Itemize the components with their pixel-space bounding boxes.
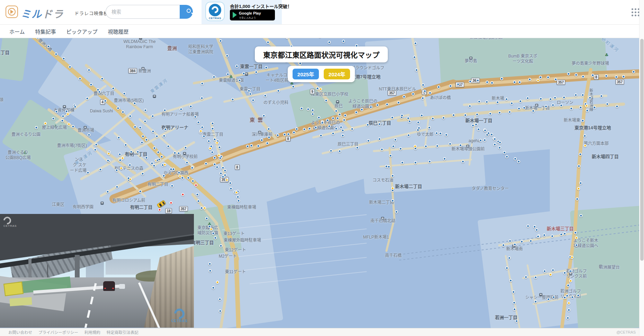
video-marker-dot[interactable] bbox=[442, 117, 445, 120]
video-marker-dot[interactable] bbox=[212, 232, 215, 235]
video-marker-dot[interactable] bbox=[577, 187, 580, 190]
video-marker-dot[interactable] bbox=[350, 127, 354, 130]
video-marker-dot[interactable] bbox=[512, 290, 515, 293]
video-marker-dot[interactable] bbox=[266, 142, 269, 145]
video-marker-dot[interactable] bbox=[421, 96, 424, 100]
video-marker-dot[interactable] bbox=[338, 150, 341, 153]
video-marker-dot[interactable] bbox=[496, 101, 499, 104]
video-marker-dot[interactable] bbox=[566, 284, 570, 287]
video-marker-dot[interactable] bbox=[231, 98, 234, 101]
video-marker-dot[interactable] bbox=[498, 146, 501, 149]
video-marker-dot[interactable] bbox=[543, 269, 546, 273]
video-marker-dot[interactable] bbox=[120, 167, 123, 170]
video-marker-dot[interactable] bbox=[68, 65, 71, 68]
video-marker-dot[interactable] bbox=[319, 134, 322, 137]
video-marker-dot[interactable] bbox=[213, 138, 216, 141]
video-marker-dot[interactable] bbox=[502, 244, 505, 247]
search-button[interactable] bbox=[180, 5, 193, 19]
video-marker-dot[interactable] bbox=[527, 224, 530, 227]
video-marker-dot[interactable] bbox=[326, 119, 329, 122]
video-marker-dot[interactable] bbox=[452, 113, 455, 117]
video-marker-dot[interactable] bbox=[524, 276, 527, 279]
video-marker-dot[interactable] bbox=[229, 182, 232, 185]
video-marker-dot[interactable] bbox=[260, 138, 263, 141]
video-marker-dot[interactable] bbox=[167, 145, 170, 148]
video-marker-dot[interactable] bbox=[513, 243, 517, 246]
video-marker-dot[interactable] bbox=[385, 103, 388, 106]
video-marker-dot[interactable] bbox=[249, 92, 252, 95]
video-marker-dot[interactable] bbox=[606, 103, 609, 106]
video-marker-dot[interactable] bbox=[186, 161, 189, 164]
video-marker-dot[interactable] bbox=[437, 86, 440, 89]
video-marker-dot[interactable] bbox=[391, 116, 394, 119]
video-marker-dot[interactable] bbox=[600, 94, 603, 97]
video-marker-dot[interactable] bbox=[589, 96, 592, 99]
video-marker-dot[interactable] bbox=[44, 122, 47, 125]
video-marker-dot[interactable] bbox=[115, 169, 118, 172]
video-marker-dot[interactable] bbox=[276, 133, 279, 137]
video-marker-dot[interactable] bbox=[216, 281, 219, 284]
video-marker-dot[interactable] bbox=[401, 161, 404, 164]
video-marker-dot[interactable] bbox=[106, 190, 109, 193]
video-marker-dot[interactable] bbox=[215, 141, 218, 145]
video-marker-dot[interactable] bbox=[391, 187, 394, 190]
video-marker-dot[interactable] bbox=[378, 138, 381, 141]
video-marker-dot[interactable] bbox=[212, 76, 215, 79]
video-marker-dot[interactable] bbox=[513, 308, 516, 311]
video-marker-dot[interactable] bbox=[342, 40, 345, 43]
video-marker-dot[interactable] bbox=[436, 145, 439, 148]
video-marker-dot[interactable] bbox=[283, 133, 286, 136]
video-marker-dot[interactable] bbox=[423, 89, 426, 93]
video-marker-dot[interactable] bbox=[214, 236, 217, 239]
video-marker-dot[interactable] bbox=[250, 144, 253, 147]
video-marker-dot[interactable] bbox=[242, 72, 245, 75]
google-play-badge[interactable]: Google Play で手に入れよう bbox=[230, 9, 275, 20]
video-marker-dot[interactable] bbox=[549, 98, 552, 101]
alert-marker-dot[interactable] bbox=[181, 193, 185, 196]
page-scrollbar[interactable] bbox=[639, 0, 644, 336]
video-marker-dot[interactable] bbox=[209, 269, 212, 273]
video-marker-dot[interactable] bbox=[581, 119, 584, 122]
video-marker-dot[interactable] bbox=[248, 89, 251, 92]
video-marker-dot[interactable] bbox=[462, 160, 465, 163]
video-marker-dot[interactable] bbox=[341, 134, 345, 137]
video-marker-dot[interactable] bbox=[581, 93, 584, 96]
video-marker-dot[interactable] bbox=[179, 107, 182, 111]
video-marker-dot[interactable] bbox=[194, 115, 197, 119]
alert-marker-dot[interactable] bbox=[158, 208, 161, 212]
video-marker-dot[interactable] bbox=[222, 166, 225, 169]
video-marker-dot[interactable] bbox=[67, 123, 70, 126]
video-marker-dot[interactable] bbox=[344, 114, 347, 117]
nav-item-2[interactable]: ピックアップ bbox=[66, 28, 98, 35]
video-marker-dot[interactable] bbox=[155, 135, 159, 138]
video-marker-dot[interactable] bbox=[118, 153, 121, 156]
video-marker-dot[interactable] bbox=[222, 175, 225, 178]
video-marker-dot[interactable] bbox=[498, 111, 501, 114]
video-marker-dot[interactable] bbox=[508, 257, 511, 260]
video-marker-dot[interactable] bbox=[55, 53, 58, 56]
video-marker-dot[interactable] bbox=[389, 154, 392, 157]
video-marker-dot[interactable] bbox=[220, 244, 223, 248]
video-marker-dot[interactable] bbox=[314, 126, 317, 129]
video-marker-dot[interactable] bbox=[116, 107, 119, 110]
video-marker-dot[interactable] bbox=[399, 147, 402, 150]
video-marker-dot[interactable] bbox=[52, 117, 55, 120]
video-marker-dot[interactable] bbox=[225, 54, 229, 58]
video-marker-dot[interactable] bbox=[486, 81, 489, 84]
video-marker-dot[interactable] bbox=[552, 295, 555, 299]
video-marker-dot[interactable] bbox=[528, 78, 531, 81]
video-marker-dot[interactable] bbox=[500, 77, 503, 80]
video-marker-dot[interactable] bbox=[367, 139, 370, 143]
video-marker-dot[interactable] bbox=[164, 128, 167, 131]
video-marker-dot[interactable] bbox=[211, 127, 214, 130]
video-marker-dot[interactable] bbox=[201, 126, 204, 129]
video-marker-dot[interactable] bbox=[464, 114, 467, 117]
video-marker-dot[interactable] bbox=[443, 157, 446, 160]
video-marker-dot[interactable] bbox=[145, 156, 148, 160]
footer-link-1[interactable]: プライバシーポリシー bbox=[38, 329, 78, 335]
video-marker-dot[interactable] bbox=[575, 244, 578, 247]
video-marker-dot[interactable] bbox=[98, 90, 101, 93]
video-marker-dot[interactable] bbox=[428, 91, 431, 94]
video-marker-dot[interactable] bbox=[380, 148, 383, 151]
video-marker-dot[interactable] bbox=[211, 150, 214, 154]
